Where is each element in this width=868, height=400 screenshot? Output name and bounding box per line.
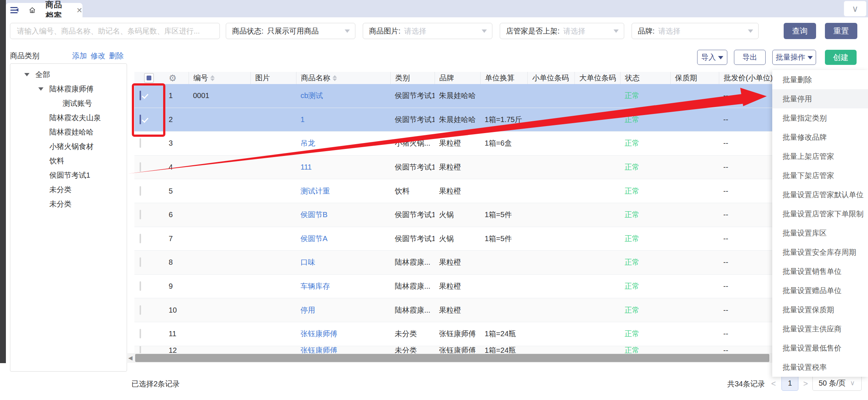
product-name-link[interactable]: 测试计重 — [301, 187, 330, 195]
prev-page-icon[interactable]: < — [771, 379, 776, 389]
cell-unit-conversion: 1箱=24瓶 — [480, 329, 527, 339]
category-action-link[interactable]: 删除 — [109, 51, 124, 61]
product-name-link[interactable]: 停用 — [301, 306, 315, 314]
batch-menu-item[interactable]: 批量设置赠品单位 — [772, 281, 868, 300]
export-button[interactable]: 导出 — [734, 50, 766, 65]
batch-menu-item[interactable]: 批量指定类别 — [772, 108, 868, 128]
table-row[interactable]: 5测试计重饮料果粒橙正常-- — [134, 179, 868, 203]
table-row[interactable]: 8口味陆林霞康...果粒橙正常-- — [134, 251, 868, 275]
batch-menu-item[interactable]: 批量下架店管家 — [772, 166, 868, 185]
row-checkbox[interactable] — [140, 210, 141, 219]
table-row[interactable]: 6侯圆节B侯圆节考试1火锅1箱=5件正常-- — [134, 203, 868, 227]
row-checkbox[interactable] — [140, 346, 141, 354]
product-name-link[interactable]: 侯圆节B — [301, 211, 327, 219]
batch-menu-item[interactable]: 批量停用 — [772, 89, 868, 108]
product-name-link[interactable]: 111 — [301, 163, 312, 171]
filter-bar: 请输入编号、商品名称、助记名、条码尾数、库区进行... 商品状态:只展示可用商品… — [0, 17, 868, 45]
batch-menu-item[interactable]: 批量删除 — [772, 70, 868, 89]
table-row[interactable]: 10001cb测试侯圆节考试1朱晨娃哈哈正常-- — [134, 84, 868, 108]
batch-menu-item[interactable]: 批量设置店管家下单限制 — [772, 204, 868, 223]
table-row[interactable]: 4111侯圆节考试1果粒橙正常-- — [134, 156, 868, 180]
row-checkbox[interactable] — [140, 162, 141, 172]
page-size-select[interactable]: 50 条/页 ∨ — [812, 375, 862, 391]
reset-button[interactable]: 重置 — [825, 23, 857, 39]
batch-menu-item[interactable]: 批量设置最低售价 — [772, 338, 868, 358]
batch-operations-button[interactable]: 批量操作 — [772, 50, 816, 65]
product-name-link[interactable]: 张钰康师傅 — [301, 346, 337, 354]
query-button[interactable]: 查询 — [784, 23, 816, 39]
tree-item-label: 侯圆节考试1 — [49, 170, 90, 180]
batch-menu-item[interactable]: 批量修改品牌 — [772, 128, 868, 147]
home-icon[interactable] — [29, 6, 36, 15]
row-checkbox[interactable] — [140, 234, 141, 243]
collapse-menu-icon[interactable] — [10, 6, 18, 15]
category-action-link[interactable]: 添加 — [72, 51, 87, 61]
batch-menu-item[interactable]: 批量设置保质期 — [772, 300, 868, 319]
tree-item[interactable]: 未分类 — [10, 182, 127, 197]
table-row[interactable]: 3吊龙小猪火锅...果粒橙1箱=6盒正常-- — [134, 132, 868, 156]
tree-item[interactable]: 侯圆节考试1 — [10, 168, 127, 182]
tree-item[interactable]: 饮料 — [10, 154, 127, 168]
caret-down-icon — [808, 56, 813, 59]
product-name-link[interactable]: 张钰康师傅 — [301, 330, 337, 338]
tree-item[interactable]: 陆林霞农夫山泉 — [10, 111, 127, 125]
topbar-collapse-chevron-icon[interactable]: ∨ — [844, 1, 867, 17]
caret-down-icon[interactable] — [24, 73, 29, 76]
filter-select[interactable]: 店管家是否上架:请选择 — [500, 23, 624, 39]
search-input[interactable]: 请输入编号、商品名称、助记名、条码尾数、库区进行... — [10, 23, 220, 39]
row-checkbox[interactable] — [140, 115, 141, 124]
product-name-link[interactable]: 口味 — [301, 258, 315, 266]
cell-brand: 果粒橙 — [435, 257, 480, 267]
header-label: 状态 — [625, 73, 640, 83]
batch-menu-item[interactable]: 批量设置安全库存周期 — [772, 243, 868, 262]
batch-menu-item[interactable]: 批量设置销售单位 — [772, 262, 868, 281]
product-name-link[interactable]: 车辆库存 — [301, 282, 330, 290]
tree-item[interactable]: 小猪火锅食材 — [10, 139, 127, 154]
filter-select[interactable]: 品牌:请选择 — [632, 23, 759, 39]
row-checkbox[interactable] — [140, 257, 141, 267]
header-cell: 单位换算 — [480, 72, 527, 84]
horizontal-scrollbar-thumb[interactable] — [135, 354, 769, 362]
category-action-link[interactable]: 修改 — [91, 51, 105, 61]
table-row[interactable]: 9车辆库存陆林霞康...果粒橙正常-- — [134, 275, 868, 299]
row-checkbox[interactable] — [140, 91, 141, 100]
filter-select[interactable]: 商品状态:只展示可用商品 — [226, 23, 355, 39]
product-name-link[interactable]: cb测试 — [301, 91, 323, 100]
page-number[interactable]: 1 — [781, 375, 798, 391]
batch-menu-item[interactable]: 批量设置税率 — [772, 358, 868, 377]
batch-menu-item[interactable]: 批量设置店管家默认单位 — [772, 185, 868, 204]
product-name-link[interactable]: 侯圆节A — [301, 234, 327, 243]
scroll-left-arrow-icon[interactable]: ◀ — [126, 353, 134, 363]
tree-item[interactable]: 陆林霞娃哈哈 — [10, 125, 127, 139]
table-row[interactable]: 12张钰康师傅未分类张钰康师傅1箱=24瓶正常-- — [134, 346, 868, 354]
tab-close-icon[interactable]: ✕ — [76, 6, 82, 15]
filter-select[interactable]: 商品图片:请选择 — [363, 23, 492, 39]
row-checkbox[interactable] — [140, 305, 141, 315]
product-name-link[interactable]: 1 — [301, 115, 305, 124]
table-row[interactable]: 11张钰康师傅未分类张钰康师傅1箱=24瓶正常-- — [134, 322, 868, 346]
tree-item[interactable]: 陆林霞康师傅 — [10, 82, 127, 96]
tree-item[interactable]: 未分类 — [10, 197, 127, 211]
row-checkbox[interactable] — [140, 138, 141, 148]
sort-icon[interactable] — [333, 75, 337, 81]
tree-item[interactable]: 全部 — [10, 67, 127, 82]
select-all-checkbox[interactable] — [144, 73, 154, 83]
row-checkbox[interactable] — [140, 281, 141, 291]
gear-icon[interactable]: ⚙ — [169, 73, 177, 83]
sort-icon[interactable] — [210, 75, 215, 81]
create-button[interactable]: 创建 — [825, 50, 857, 65]
batch-menu-item[interactable]: 批量上架店管家 — [772, 147, 868, 166]
product-name-link[interactable]: 吊龙 — [301, 139, 315, 147]
table-row[interactable]: 21侯圆节考试1朱晨娃哈哈1箱=1.75斤正常-- — [134, 108, 868, 132]
row-checkbox[interactable] — [140, 329, 141, 338]
header-cell-settings: ⚙ — [164, 72, 189, 84]
import-button[interactable]: 导入 — [697, 50, 727, 65]
caret-down-icon[interactable] — [38, 87, 43, 91]
table-row[interactable]: 7侯圆节A侯圆节考试1火锅1箱=5件正常-- — [134, 227, 868, 251]
row-checkbox[interactable] — [140, 186, 141, 196]
batch-menu-item[interactable]: 批量设置库区 — [772, 223, 868, 243]
tree-item[interactable]: 测试账号 — [10, 96, 127, 111]
batch-menu-item[interactable]: 批量设置主供应商 — [772, 319, 868, 338]
next-page-icon[interactable]: > — [803, 379, 808, 389]
table-row[interactable]: 10停用陆林霞康...果粒橙正常-- — [134, 298, 868, 322]
